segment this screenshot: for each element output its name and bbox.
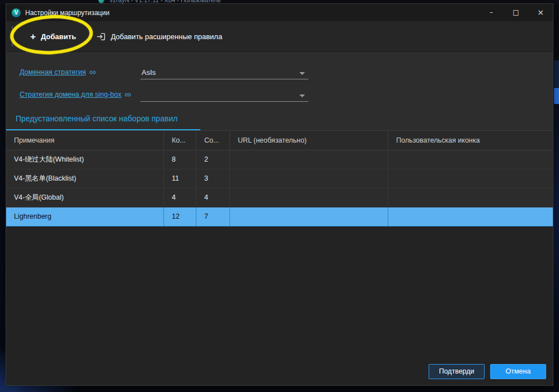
singbox-strategy-label: Стратегия домена для sing-box	[20, 91, 121, 98]
link-icon	[89, 69, 96, 76]
domain-strategy-dropdown[interactable]: AsIs	[140, 65, 308, 79]
toolbar-grip-icon[interactable]	[12, 26, 15, 46]
tab-strip: Предустановленный список наборов правил	[6, 106, 553, 130]
cell-note: V4-绕过大陆(Whitelist)	[6, 150, 164, 169]
column-header-count[interactable]: Ко...	[164, 131, 196, 150]
window-title: Настройки маршрутизации	[25, 9, 475, 17]
add-advanced-icon	[96, 32, 106, 41]
window-controls: – □ ×	[479, 4, 553, 21]
column-header-matches[interactable]: Со...	[196, 131, 230, 150]
cell-matches: 7	[196, 207, 230, 226]
add-button-label: Добавить	[41, 32, 76, 41]
table-row[interactable]: V4-全局(Global) 4 4	[6, 188, 553, 207]
desktop-edge-dim-bar	[554, 60, 559, 87]
cell-count: 12	[164, 207, 196, 226]
routing-settings-window: V Настройки маршрутизации – □ × + Добави…	[6, 3, 553, 386]
table-row[interactable]: V4-黑名单(Blacklist) 11 3	[6, 169, 553, 188]
table-header-row: Примечания Ко... Со... URL (необязательн…	[6, 130, 553, 150]
domain-strategy-row: Доменная стратегия AsIs	[20, 61, 553, 83]
tab-preset-rulesets[interactable]: Предустановленный список наборов правил	[16, 114, 177, 124]
dialog-footer: Подтверди Отмена	[6, 361, 553, 385]
confirm-button[interactable]: Подтверди	[429, 364, 485, 379]
toolbar: + Добавить Добавить расширенные правила	[6, 21, 553, 52]
rulesets-table: Примечания Ко... Со... URL (необязательн…	[6, 130, 553, 226]
desktop-edge-blue-bar	[554, 88, 559, 104]
domain-strategy-link[interactable]: Доменная стратегия	[20, 68, 140, 76]
cell-url	[230, 188, 388, 207]
cell-custom-icon	[388, 188, 553, 207]
desktop: v2rayN - V1.17.11 - Xb4 - Пользователь V…	[0, 0, 559, 392]
close-button[interactable]: ×	[528, 4, 553, 21]
table-row[interactable]: V4-绕过大陆(Whitelist) 8 2	[6, 150, 553, 169]
maximize-button[interactable]: □	[504, 4, 528, 21]
chevron-down-icon	[299, 72, 305, 75]
cell-custom-icon	[388, 207, 553, 226]
singbox-strategy-row: Стратегия домена для sing-box	[20, 83, 553, 106]
column-header-custom-icon[interactable]: Пользовательская иконка	[388, 131, 553, 150]
add-button[interactable]: + Добавить	[21, 26, 85, 47]
cell-url	[230, 150, 388, 169]
cell-matches: 4	[196, 188, 230, 207]
plus-icon: +	[30, 32, 36, 41]
singbox-strategy-dropdown[interactable]	[140, 87, 308, 102]
cell-count: 8	[164, 150, 196, 169]
chevron-down-icon	[299, 95, 305, 97]
strategy-form: Доменная стратегия AsIs Стратегия домена…	[6, 52, 553, 106]
app-icon: V	[12, 8, 21, 17]
cell-matches: 2	[196, 150, 230, 169]
cell-url	[230, 169, 388, 188]
table-empty-area	[6, 226, 553, 361]
link-icon	[124, 91, 131, 98]
column-header-url[interactable]: URL (необязательно)	[230, 131, 388, 150]
cell-count: 4	[164, 188, 196, 207]
domain-strategy-value: AsIs	[142, 68, 156, 77]
add-advanced-rules-label: Добавить расширенные правила	[111, 32, 222, 41]
cell-custom-icon	[388, 150, 553, 169]
minimize-button[interactable]: –	[479, 4, 504, 21]
cell-note: V4-黑名单(Blacklist)	[6, 169, 164, 188]
window-titlebar: V Настройки маршрутизации – □ ×	[6, 4, 553, 21]
cell-matches: 3	[196, 169, 230, 188]
domain-strategy-label: Доменная стратегия	[20, 68, 86, 76]
cell-url	[230, 207, 388, 226]
cell-note: Lighrenberg	[6, 207, 164, 226]
column-header-notes[interactable]: Примечания	[6, 131, 164, 150]
cell-custom-icon	[388, 169, 553, 188]
cell-note: V4-全局(Global)	[6, 188, 164, 207]
singbox-strategy-link[interactable]: Стратегия домена для sing-box	[20, 91, 140, 98]
add-advanced-rules-button[interactable]: Добавить расширенные правила	[87, 26, 231, 47]
cancel-button[interactable]: Отмена	[490, 364, 546, 379]
table-row-selected[interactable]: Lighrenberg 12 7	[6, 207, 553, 226]
cell-count: 11	[164, 169, 196, 188]
